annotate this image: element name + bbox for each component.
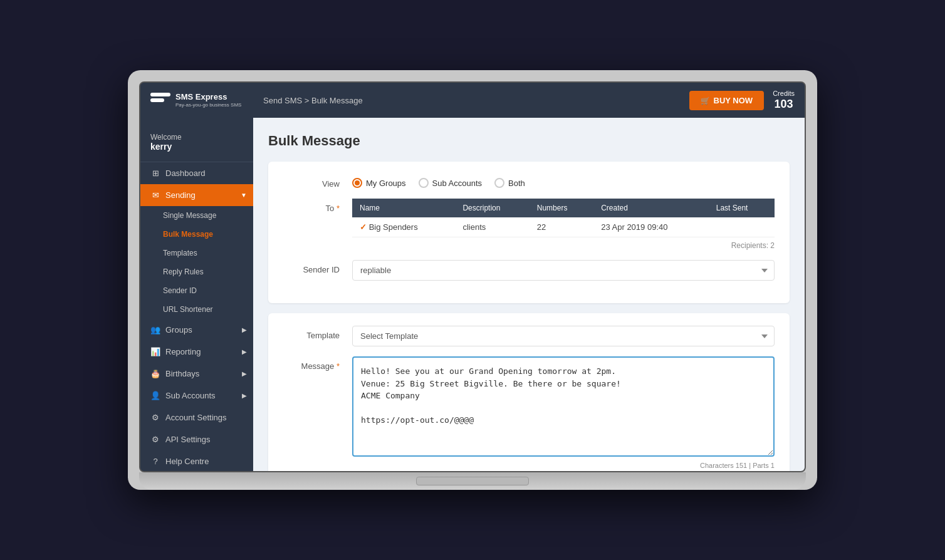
sidebar-item-account-settings[interactable]: ⚙ Account Settings (140, 407, 253, 428)
radio-my-groups-circle (352, 178, 362, 188)
sidebar-item-groups[interactable]: 👥 Groups ▶ (140, 319, 253, 341)
message-row: Message * Hello! See you at our Grand Op… (283, 356, 775, 471)
sub-accounts-arrow-icon: ▶ (242, 392, 247, 399)
dashboard-icon: ⊞ (150, 169, 160, 178)
template-select[interactable]: Select Template (352, 326, 775, 346)
logo-text: SMS Express Pay-as-you-go business SMS (175, 92, 241, 108)
sidebar-item-single-message[interactable]: Single Message (140, 206, 253, 225)
sender-id-select-wrap: repliable (352, 260, 775, 281)
birthdays-icon: 🎂 (150, 369, 160, 378)
laptop-frame: SMS Express Pay-as-you-go business SMS S… (128, 70, 817, 490)
welcome-area: Welcome kerry (140, 128, 253, 162)
radio-both[interactable]: Both (494, 178, 525, 188)
cart-icon (701, 96, 710, 105)
sidebar-item-sub-accounts[interactable]: 👤 Sub Accounts ▶ (140, 385, 253, 407)
groups-table-wrap: Name Description Numbers Created Last Se… (352, 199, 775, 250)
sub-accounts-icon: 👤 (150, 391, 160, 400)
sidebar-item-dashboard[interactable]: ⊞ Dashboard (140, 162, 253, 184)
sidebar-item-templates[interactable]: Templates (140, 244, 253, 262)
message-wrap: Hello! See you at our Grand Opening tomo… (352, 356, 775, 471)
page-title: Bulk Message (268, 133, 790, 149)
sidebar: Welcome kerry ⊞ Dashboard ✉ Sending ▼ Si… (140, 118, 253, 471)
radio-both-circle (494, 178, 504, 188)
laptop-screen: SMS Express Pay-as-you-go business SMS S… (139, 81, 806, 472)
sender-id-select[interactable]: repliable (352, 260, 775, 281)
to-label: To * (283, 199, 340, 213)
col-name: Name (352, 199, 455, 217)
topbar: SMS Express Pay-as-you-go business SMS S… (140, 83, 805, 118)
sidebar-item-reporting[interactable]: 📊 Reporting ▶ (140, 341, 253, 363)
radio-sub-accounts[interactable]: Sub Accounts (419, 178, 483, 188)
logo-area: SMS Express Pay-as-you-go business SMS (150, 92, 251, 108)
col-numbers: Numbers (530, 199, 593, 217)
recipients-card: View My Groups Sub Accounts (268, 162, 790, 303)
trackpad (416, 477, 529, 485)
view-options: My Groups Sub Accounts Both (352, 174, 775, 188)
groups-arrow-icon: ▶ (242, 326, 247, 333)
sending-icon: ✉ (150, 190, 160, 200)
sidebar-item-sending[interactable]: ✉ Sending ▼ (140, 184, 253, 206)
col-description: Description (455, 199, 529, 217)
template-label: Template (283, 326, 340, 340)
table-row[interactable]: ✓ Big Spenders clients 22 23 Apr 2019 09… (352, 217, 775, 237)
breadcrumb: Send SMS > Bulk Message (251, 96, 689, 105)
groups-table: Name Description Numbers Created Last Se… (352, 199, 775, 237)
sidebar-item-birthdays[interactable]: 🎂 Birthdays ▶ (140, 363, 253, 385)
template-row: Template Select Template (283, 326, 775, 346)
sidebar-item-bulk-message[interactable]: Bulk Message (140, 225, 253, 244)
message-card: Template Select Template Message (268, 313, 790, 471)
sidebar-item-api-settings[interactable]: ⚙ API Settings (140, 428, 253, 450)
message-textarea[interactable]: Hello! See you at our Grand Opening tomo… (352, 356, 775, 457)
sidebar-item-sender-id[interactable]: Sender ID (140, 281, 253, 300)
col-last-sent: Last Sent (709, 199, 775, 217)
radio-my-groups[interactable]: My Groups (352, 178, 406, 188)
sidebar-item-reply-rules[interactable]: Reply Rules (140, 262, 253, 281)
sender-id-label: Sender ID (283, 260, 340, 274)
reporting-arrow-icon: ▶ (242, 348, 247, 355)
col-created: Created (593, 199, 709, 217)
api-settings-icon: ⚙ (150, 435, 160, 444)
account-settings-icon: ⚙ (150, 413, 160, 422)
help-icon: ? (150, 457, 160, 466)
char-count: Characters 151 | Parts 1 (352, 462, 775, 469)
sidebar-item-url-shortener[interactable]: URL Shortener (140, 300, 253, 319)
radio-sub-accounts-circle (419, 178, 429, 188)
to-row: To * Name Description Numbers (283, 199, 775, 250)
row-check-icon: ✓ (360, 222, 367, 232)
content-area: Bulk Message View My Groups (253, 118, 805, 471)
view-label: View (283, 174, 340, 189)
view-row: View My Groups Sub Accounts (283, 174, 775, 189)
buy-now-button[interactable]: BUY NOW (689, 91, 765, 110)
groups-icon: 👥 (150, 325, 160, 334)
birthdays-arrow-icon: ▶ (242, 370, 247, 377)
sending-arrow-icon: ▼ (241, 192, 247, 199)
sender-id-row: Sender ID repliable (283, 260, 775, 281)
sidebar-item-help-centre[interactable]: ? Help Centre (140, 450, 253, 471)
recipients-note: Recipients: 2 (352, 241, 775, 250)
laptop-base (139, 472, 806, 490)
logo-icon (150, 93, 170, 108)
template-select-wrap: Select Template (352, 326, 775, 346)
reporting-icon: 📊 (150, 347, 160, 356)
message-label: Message * (283, 356, 340, 371)
credits-area: Credits 103 (773, 90, 795, 111)
